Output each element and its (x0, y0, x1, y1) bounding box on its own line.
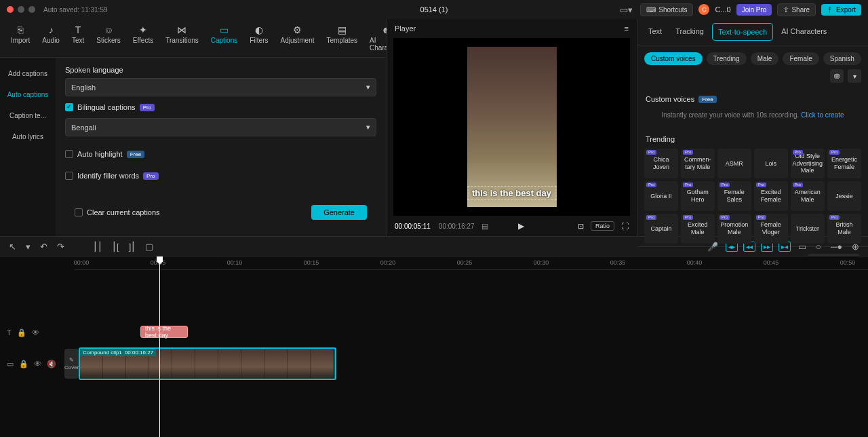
filter-male[interactable]: Male (751, 52, 779, 65)
sidebar-item-caption-te---[interactable]: Caption te... (0, 105, 56, 126)
media-tab-templates[interactable]: ▤Templates (321, 22, 363, 54)
voice-card[interactable]: ProCommen-tary Male (681, 149, 715, 178)
tab-text-to-speech[interactable]: Text-to-speech (712, 23, 773, 41)
text-track-icon[interactable]: T (7, 328, 12, 337)
share-button[interactable]: ⇪ Share (777, 3, 816, 16)
filter-female[interactable]: Female (783, 52, 818, 65)
clip-name: Compound clip1 (83, 349, 122, 356)
timeline[interactable]: 00:0000:0500:1000:1500:2000:2500:3000:35… (0, 256, 868, 437)
play-button[interactable]: ▶ (518, 221, 524, 231)
voice-card[interactable]: ProGotham Hero (681, 181, 715, 211)
filter-settings-icon[interactable]: ⛃ (830, 69, 844, 83)
player-view[interactable]: this is the best day (393, 38, 630, 216)
redo-button[interactable]: ↷ (55, 240, 66, 254)
voice-card[interactable]: ProChica Joven (644, 149, 678, 178)
playhead[interactable] (159, 256, 160, 437)
caption-overlay[interactable]: this is the best day (467, 186, 556, 200)
voice-card[interactable]: ProExcited Male (681, 214, 715, 244)
player-menu-icon[interactable]: ≡ (625, 24, 629, 33)
video-track-icon[interactable]: ▭ (7, 360, 14, 368)
auto-highlight-checkbox[interactable] (65, 150, 73, 158)
shortcuts-button[interactable]: ⌨ Shortcuts (640, 3, 693, 16)
pointer-tool[interactable]: ↖ (7, 240, 18, 254)
sidebar-item-auto-lyrics[interactable]: Auto lyrics (0, 126, 56, 147)
media-tab-effects[interactable]: ✦Effects (127, 22, 159, 54)
caption-clip[interactable]: this is the best day (140, 326, 188, 338)
export-button[interactable]: ⭱ Export (821, 4, 861, 16)
ruler-mark: 00:20 (380, 259, 396, 266)
fullscreen-icon[interactable]: ⛶ (621, 222, 629, 230)
custom-voices-label: Custom voices (646, 95, 694, 103)
voice-card[interactable]: ProCaptain (644, 214, 678, 244)
video-clip[interactable]: Compound clip1 00:00:16:27 (79, 347, 336, 380)
voice-card[interactable]: ProAmerican Male (791, 181, 825, 211)
voice-card[interactable]: ASMR (717, 149, 751, 178)
voice-card[interactable]: ProFemale Vloger (754, 214, 788, 244)
aspect-icon[interactable]: ▭▾ (618, 3, 635, 17)
eye-icon[interactable]: 👁 (34, 360, 41, 368)
sidebar-item-auto-captions[interactable]: Auto captions (0, 84, 56, 105)
delete-tool[interactable]: ▢ (143, 240, 155, 254)
voice-card[interactable]: ProBritish Male (827, 214, 861, 244)
voice-card[interactable]: Jessie (827, 181, 861, 211)
create-voice-link[interactable]: Click to create (801, 111, 844, 119)
clear-captions-checkbox[interactable] (75, 208, 83, 216)
voice-card[interactable]: ProOld Style Advertising Male (791, 149, 825, 178)
voice-card[interactable]: Trickster (791, 214, 825, 244)
ratio-button[interactable]: Ratio (591, 221, 614, 231)
media-tab-text[interactable]: TText (66, 22, 90, 54)
tool-dropdown[interactable]: ▾ (24, 240, 33, 254)
user-avatar[interactable]: C (698, 4, 709, 15)
bilingual-checkbox[interactable] (65, 103, 73, 111)
tab-text[interactable]: Text (643, 23, 667, 41)
list-icon[interactable]: ▤ (481, 222, 488, 231)
media-tab-transitions[interactable]: ⋈Transitions (160, 22, 204, 54)
filler-words-checkbox[interactable] (65, 172, 73, 180)
player-panel: Player ≡ this is the best day 00:00:05:1… (387, 19, 637, 236)
timeline-ruler[interactable]: 00:0000:0500:1000:1500:2000:2500:3000:35… (75, 256, 868, 270)
voice-card[interactable]: ProExcited Female (754, 181, 788, 211)
voice-card[interactable]: ProEnergetic Female (827, 149, 861, 178)
lock-icon[interactable]: 🔒 (17, 328, 26, 337)
voice-card[interactable]: ProPromotion Male (717, 214, 751, 244)
ruler-mark: 00:45 (764, 259, 779, 266)
voice-card[interactable]: ProFemale Sales (717, 181, 751, 211)
chevron-down-icon: ▾ (366, 83, 370, 92)
mute-icon[interactable]: 🔇 (47, 360, 56, 368)
sidebar-item-add-captions[interactable]: Add captions (0, 63, 56, 84)
lock-icon[interactable]: 🔒 (19, 360, 28, 368)
clip-thumbnail (288, 349, 311, 379)
split-tool[interactable]: ⎮⎮ (91, 240, 104, 254)
close-window[interactable] (7, 6, 14, 13)
spoken-language-select[interactable]: English ▾ (65, 78, 376, 96)
filter-custom-voices[interactable]: Custom voices (644, 52, 703, 65)
eye-icon[interactable]: 👁 (32, 328, 39, 337)
tab-tracking[interactable]: Tracking (670, 23, 709, 41)
tab-ai-characters[interactable]: AI Characters (776, 23, 832, 41)
pro-badge: Pro (143, 172, 158, 180)
undo-button[interactable]: ↶ (38, 240, 50, 254)
media-tab-captions[interactable]: ▭Captions (205, 22, 243, 54)
free-badge: Free (698, 96, 716, 103)
maximize-window[interactable] (28, 6, 35, 13)
split-left-tool[interactable]: ⎮[ (110, 240, 121, 254)
captions-settings: Spoken language English ▾ Bilingual capt… (56, 58, 386, 236)
split-right-tool[interactable]: ]⎮ (127, 240, 138, 254)
join-pro-button[interactable]: Join Pro (736, 4, 772, 16)
filter-spanish[interactable]: Spanish (823, 52, 861, 65)
media-tab-stickers[interactable]: ☺Stickers (91, 22, 126, 54)
media-tab-filters[interactable]: ◐Filters (244, 22, 273, 54)
minimize-window[interactable] (18, 6, 24, 13)
media-tab-adjustment[interactable]: ⚙Adjustment (275, 22, 319, 54)
media-tab-import[interactable]: ⎘Import (5, 22, 35, 54)
media-tab-audio[interactable]: ♪Audio (37, 22, 65, 54)
voice-card[interactable]: ProGloria II (644, 181, 678, 211)
voice-card[interactable]: Lois (754, 149, 788, 178)
clip-thumbnail (172, 349, 195, 379)
snapshot-icon[interactable]: ⊡ (578, 222, 584, 231)
filter-trending[interactable]: Trending (707, 52, 747, 65)
generate-button[interactable]: Generate (311, 205, 367, 220)
filter-dropdown-icon[interactable]: ▾ (848, 69, 861, 83)
document-title: 0514 (1) (420, 5, 448, 14)
second-language-select[interactable]: Bengali ▾ (65, 118, 376, 136)
